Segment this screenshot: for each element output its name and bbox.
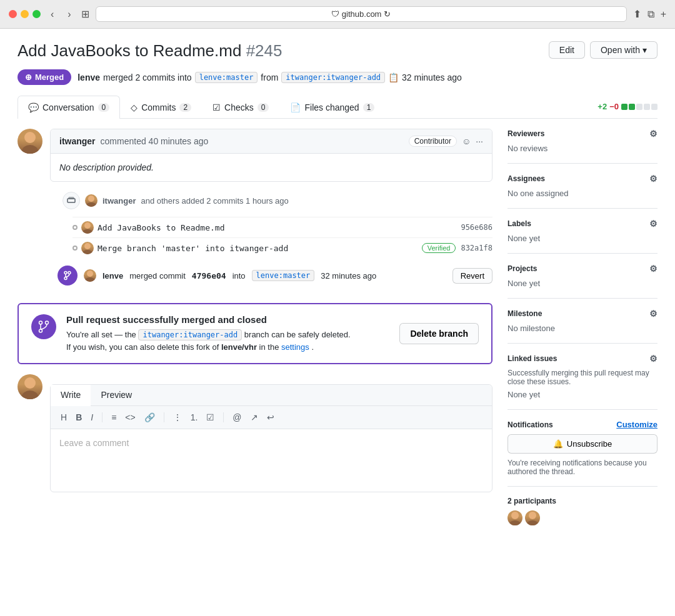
svg-point-10 bbox=[64, 272, 67, 274]
linked-issues-gear-icon[interactable]: ⚙ bbox=[649, 354, 658, 364]
back-button[interactable]: ‹ bbox=[47, 7, 58, 21]
assignees-gear-icon[interactable]: ⚙ bbox=[649, 174, 658, 184]
comment-header: itwanger commented 40 minutes ago Contri… bbox=[51, 129, 492, 154]
merge-base-branch[interactable]: lenve:master bbox=[252, 270, 315, 281]
more-button[interactable]: ··· bbox=[476, 136, 483, 146]
commit-activity-author: itwanger bbox=[102, 196, 136, 206]
svg-point-7 bbox=[82, 229, 92, 234]
pr-meta-line: lenve merged 2 commits into lenve:master… bbox=[78, 72, 462, 83]
merged-box-text: Pull request successfully merged and clo… bbox=[66, 314, 389, 353]
labels-gear-icon[interactable]: ⚙ bbox=[649, 219, 658, 229]
comment-body: No description provided. bbox=[51, 154, 492, 181]
toolbar-task-list[interactable]: ☑ bbox=[204, 411, 217, 424]
pr-author: lenve bbox=[78, 72, 100, 82]
avatar-user bbox=[18, 374, 42, 399]
edit-button[interactable]: Edit bbox=[549, 41, 585, 59]
editor-tab-preview[interactable]: Preview bbox=[91, 385, 142, 405]
toolbar-heading[interactable]: H bbox=[58, 411, 69, 424]
sidebar-notifications: Notifications Customize 🔔 Unsubscribe Yo… bbox=[508, 410, 658, 487]
pr-meta: ⊕ Merged lenve merged 2 commits into len… bbox=[18, 69, 658, 85]
add-tab-icon[interactable]: + bbox=[661, 9, 666, 20]
tab-checks[interactable]: ☑ Checks 0 bbox=[202, 96, 279, 119]
commit-dot bbox=[72, 225, 78, 230]
sidebar-labels-title: Labels ⚙ bbox=[508, 219, 658, 229]
shield-icon: 🛡 bbox=[331, 9, 339, 19]
copy-icon[interactable]: 📋 bbox=[388, 72, 399, 82]
toolbar-italic[interactable]: I bbox=[88, 411, 96, 424]
sidebar-projects: Projects ⚙ None yet bbox=[508, 254, 658, 299]
svg-point-20 bbox=[511, 512, 519, 519]
toolbar-bullet-list[interactable]: ⋮ bbox=[171, 411, 184, 424]
toolbar-list[interactable]: ≡ bbox=[109, 411, 119, 424]
delete-branch-button[interactable]: Delete branch bbox=[399, 323, 479, 344]
toolbar-divider-3 bbox=[223, 412, 224, 422]
svg-point-9 bbox=[82, 250, 92, 254]
close-window-button[interactable] bbox=[9, 10, 17, 18]
tab-commits[interactable]: ◇ Commits 2 bbox=[120, 96, 202, 119]
reviewers-gear-icon[interactable]: ⚙ bbox=[649, 129, 658, 139]
sidebar-notifications-note: You're receiving notifications because y… bbox=[508, 459, 658, 476]
forward-button[interactable]: › bbox=[64, 7, 74, 21]
sidebar-participants: 2 participants bbox=[508, 487, 658, 525]
comment-author: itwanger bbox=[59, 136, 96, 146]
avatar-itwanger-sm bbox=[85, 194, 98, 207]
diff-bar-3 bbox=[636, 104, 642, 110]
fork-link[interactable]: lenve/vhr bbox=[221, 342, 257, 352]
toolbar-bold[interactable]: B bbox=[73, 411, 84, 424]
toolbar-link[interactable]: 🔗 bbox=[142, 411, 158, 424]
sidebar-projects-title: Projects ⚙ bbox=[508, 264, 658, 274]
emoji-button[interactable]: ☺ bbox=[462, 136, 471, 146]
minimize-window-button[interactable] bbox=[21, 10, 29, 18]
toolbar-code[interactable]: <> bbox=[122, 411, 138, 424]
merge-hash: 4796e04 bbox=[192, 271, 226, 281]
commit-activity-icon bbox=[62, 192, 80, 209]
svg-point-13 bbox=[87, 271, 93, 277]
toolbar-ref[interactable]: ↗ bbox=[248, 411, 261, 424]
tab-conversation[interactable]: 💬 Conversation 0 bbox=[18, 96, 120, 119]
toolbar-divider bbox=[102, 412, 102, 422]
merged-success-box: Pull request successfully merged and clo… bbox=[18, 303, 492, 364]
sidebar-labels-value: None yet bbox=[508, 234, 658, 243]
editor-toolbar: H B I ≡ <> 🔗 ⋮ 1. ☑ @ ↗ ↩ bbox=[51, 406, 492, 429]
sidebar-labels: Labels ⚙ None yet bbox=[508, 209, 658, 254]
sidebar-linked-issues: Linked issues ⚙ Successfully merging thi… bbox=[508, 344, 658, 410]
files-icon: 📄 bbox=[290, 102, 301, 112]
unsubscribe-button[interactable]: 🔔 Unsubscribe bbox=[508, 434, 658, 454]
merge-icon: ⊕ bbox=[25, 72, 32, 82]
settings-link[interactable]: settings bbox=[281, 342, 309, 352]
layout-button[interactable]: ⊞ bbox=[81, 8, 89, 20]
commit-hash-2: 832a1f8 bbox=[461, 244, 492, 252]
base-branch-tag[interactable]: lenve:master bbox=[195, 72, 258, 83]
editor-body[interactable]: Leave a comment bbox=[51, 429, 492, 492]
checks-icon: ☑ bbox=[212, 102, 221, 112]
sidebar-assignees-value: No one assigned bbox=[508, 189, 658, 198]
editor-tab-write[interactable]: Write bbox=[51, 385, 91, 406]
svg-point-8 bbox=[84, 243, 91, 249]
share-icon[interactable]: ⬆ bbox=[633, 8, 641, 20]
sidebar-milestone: Milestone ⚙ No milestone bbox=[508, 299, 658, 344]
milestone-gear-icon[interactable]: ⚙ bbox=[649, 309, 658, 319]
projects-gear-icon[interactable]: ⚙ bbox=[649, 264, 658, 274]
toolbar-mention[interactable]: @ bbox=[230, 411, 244, 424]
address-bar[interactable]: 🛡 github.com ↻ bbox=[96, 6, 627, 22]
merged-box-icon bbox=[31, 314, 56, 339]
comment-editor-area: Write Preview H B I ≡ <> 🔗 ⋮ 1. bbox=[18, 374, 492, 492]
diff-indicator: +2 −0 bbox=[598, 102, 658, 111]
tab-files-changed[interactable]: 📄 Files changed 1 bbox=[279, 96, 385, 119]
editor-tabs: Write Preview bbox=[51, 385, 492, 406]
revert-button[interactable]: Revert bbox=[452, 268, 492, 284]
svg-point-21 bbox=[509, 520, 521, 525]
customize-link[interactable]: Customize bbox=[616, 420, 658, 429]
svg-point-22 bbox=[529, 512, 536, 519]
traffic-lights bbox=[9, 10, 41, 18]
head-branch-tag[interactable]: itwanger:itwanger-add bbox=[281, 72, 385, 83]
toolbar-ordered-list[interactable]: 1. bbox=[188, 411, 201, 424]
open-with-button[interactable]: Open with ▾ bbox=[590, 41, 658, 59]
split-icon[interactable]: ⧉ bbox=[648, 9, 654, 20]
contributor-badge: Contributor bbox=[409, 136, 457, 147]
svg-point-5 bbox=[86, 202, 96, 207]
maximize-window-button[interactable] bbox=[32, 10, 41, 18]
toolbar-undo[interactable]: ↩ bbox=[264, 411, 277, 424]
sidebar-reviewers-title: Reviewers ⚙ bbox=[508, 129, 658, 139]
diff-bar-1 bbox=[621, 104, 628, 110]
